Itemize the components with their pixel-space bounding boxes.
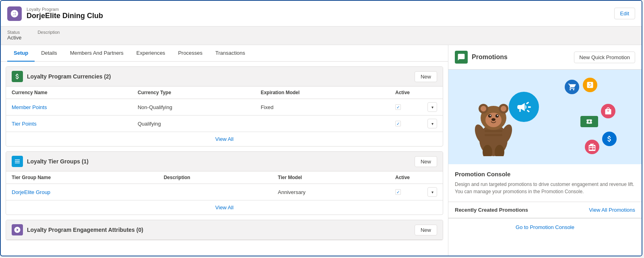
- row-dropdown-button[interactable]: ▾: [427, 119, 437, 128]
- member-points-link[interactable]: Member Points: [12, 104, 47, 110]
- status-field: Status Active: [7, 30, 21, 41]
- view-all-promotions-link[interactable]: View All Promotions: [589, 207, 635, 213]
- description-field: Description: [37, 30, 60, 41]
- tier-groups-new-button[interactable]: New: [415, 156, 437, 167]
- promotions-header-left: Promotions: [455, 51, 508, 64]
- status-label: Status: [7, 30, 21, 35]
- page-title: DorjeElite Dining Club: [27, 12, 103, 20]
- money-icon: [602, 132, 617, 146]
- left-panel: Setup Details Members And Partners Exper…: [1, 45, 448, 256]
- currencies-section: Loyalty Program Currencies (2) New Curre…: [6, 66, 443, 147]
- tab-processes[interactable]: Processes: [171, 45, 209, 62]
- currencies-icon: [12, 71, 23, 82]
- tier-groups-header-left: Loyalty Tier Groups (1): [12, 156, 89, 167]
- active-cell: [390, 184, 422, 200]
- recently-label: Recently Created Promotions: [455, 207, 528, 213]
- promotions-header: Promotions New Quick Promotion: [448, 45, 642, 70]
- ticket-icon: [580, 116, 598, 127]
- active-cell: [390, 99, 422, 116]
- tab-details[interactable]: Details: [35, 45, 64, 62]
- description-label: Description: [37, 30, 60, 35]
- svg-text:%: %: [588, 83, 592, 88]
- currencies-table: Currency Name Currency Type Expiration M…: [6, 87, 443, 132]
- dropdown-cell: ▾: [422, 99, 443, 116]
- tab-transactions[interactable]: Transactions: [209, 45, 252, 62]
- svg-point-12: [497, 115, 498, 116]
- col-currency-name: Currency Name: [6, 87, 132, 99]
- table-row: DorjeElite Group Anniversary ▾: [6, 184, 443, 200]
- engagement-header-left: Loyalty Program Engagement Attributes (0…: [12, 224, 143, 235]
- currency-name-cell: Member Points: [6, 99, 132, 116]
- megaphone-circle: [509, 92, 539, 122]
- dropdown-cell: ▾: [422, 116, 443, 132]
- tier-points-link[interactable]: Tier Points: [12, 121, 37, 127]
- col-tier-group-name: Tier Group Name: [6, 171, 158, 184]
- tab-setup[interactable]: Setup: [7, 45, 35, 62]
- active-checkbox: [395, 189, 401, 195]
- dropdown-cell: ▾: [422, 184, 443, 200]
- engagement-section: Loyalty Program Engagement Attributes (0…: [6, 220, 443, 240]
- engagement-header: Loyalty Program Engagement Attributes (0…: [6, 220, 443, 240]
- engagement-icon: [12, 224, 23, 235]
- svg-point-7: [501, 106, 506, 111]
- row-dropdown-button[interactable]: ▾: [427, 102, 437, 112]
- cart-icon: [565, 80, 579, 94]
- tier-model-cell: Anniversary: [272, 184, 390, 200]
- currencies-header-left: Loyalty Program Currencies (2): [12, 71, 111, 82]
- tier-groups-title: Loyalty Tier Groups (1): [27, 158, 89, 165]
- tier-groups-view-all-row: View All: [6, 200, 443, 215]
- currencies-section-header: Loyalty Program Currencies (2) New: [6, 67, 443, 87]
- col-action-1: [422, 87, 443, 99]
- active-checkbox: [395, 104, 401, 110]
- tab-members[interactable]: Members And Partners: [64, 45, 130, 62]
- table-row: Member Points Non-Qualifying Fixed ▾: [6, 99, 443, 116]
- page-header: Loyalty Program DorjeElite Dining Club E…: [1, 1, 642, 27]
- gift-icon: [585, 140, 599, 154]
- engagement-new-button[interactable]: New: [415, 225, 437, 235]
- currency-name-cell: Tier Points: [6, 116, 132, 132]
- tier-groups-header: Loyalty Tier Groups (1) New: [6, 152, 443, 171]
- edit-button[interactable]: Edit: [614, 8, 635, 19]
- promo-console-desc: Design and run targeted promotions to dr…: [455, 181, 635, 195]
- dorjeelite-group-link[interactable]: DorjeElite Group: [12, 189, 50, 195]
- tier-groups-table: Tier Group Name Description Tier Model A…: [6, 171, 443, 200]
- promo-console-title: Promotion Console: [455, 171, 635, 178]
- bag-icon: [601, 104, 615, 118]
- expiration-cell: Fixed: [255, 99, 390, 116]
- active-cell: [390, 116, 422, 132]
- promo-image-area: %: [448, 70, 642, 164]
- promo-console-info: Promotion Console Design and run targete…: [448, 164, 642, 202]
- new-quick-promotion-button[interactable]: New Quick Promotion: [574, 52, 635, 63]
- tier-groups-section: Loyalty Tier Groups (1) New Tier Group N…: [6, 151, 443, 215]
- go-to-promotion-console-link[interactable]: Go to Promotion Console: [516, 224, 574, 230]
- expiration-cell: [255, 116, 390, 132]
- currencies-view-all-link[interactable]: View All: [215, 136, 233, 142]
- col-active-1: Active: [390, 87, 422, 99]
- content-area: Setup Details Members And Partners Exper…: [1, 45, 642, 256]
- svg-point-13: [491, 118, 495, 121]
- table-row: Tier Points Qualifying ▾: [6, 116, 443, 132]
- description-cell: [158, 184, 272, 200]
- currency-type-cell: Qualifying: [132, 116, 255, 132]
- row-dropdown-button[interactable]: ▾: [427, 187, 437, 197]
- tier-group-name-cell: DorjeElite Group: [6, 184, 158, 200]
- engagement-title: Loyalty Program Engagement Attributes (0…: [27, 227, 143, 233]
- tier-groups-view-all-link[interactable]: View All: [215, 204, 233, 211]
- promotions-title: Promotions: [472, 54, 508, 61]
- col-expiration-model: Expiration Model: [255, 87, 390, 99]
- col-action-2: [422, 171, 443, 184]
- svg-rect-19: [485, 134, 502, 136]
- currencies-title: Loyalty Program Currencies (2): [27, 73, 111, 80]
- col-tier-model: Tier Model: [272, 171, 390, 184]
- tab-experiences[interactable]: Experiences: [130, 45, 172, 62]
- header-left: Loyalty Program DorjeElite Dining Club: [7, 6, 103, 21]
- tier-groups-icon: [12, 156, 23, 167]
- promotions-icon: [455, 51, 468, 64]
- tabs-bar: Setup Details Members And Partners Exper…: [1, 45, 448, 62]
- col-currency-type: Currency Type: [132, 87, 255, 99]
- bear-mascot: [471, 88, 517, 156]
- active-checkbox: [395, 121, 401, 126]
- header-title-group: Loyalty Program DorjeElite Dining Club: [27, 7, 103, 20]
- svg-point-11: [490, 115, 491, 116]
- currencies-new-button[interactable]: New: [415, 71, 437, 82]
